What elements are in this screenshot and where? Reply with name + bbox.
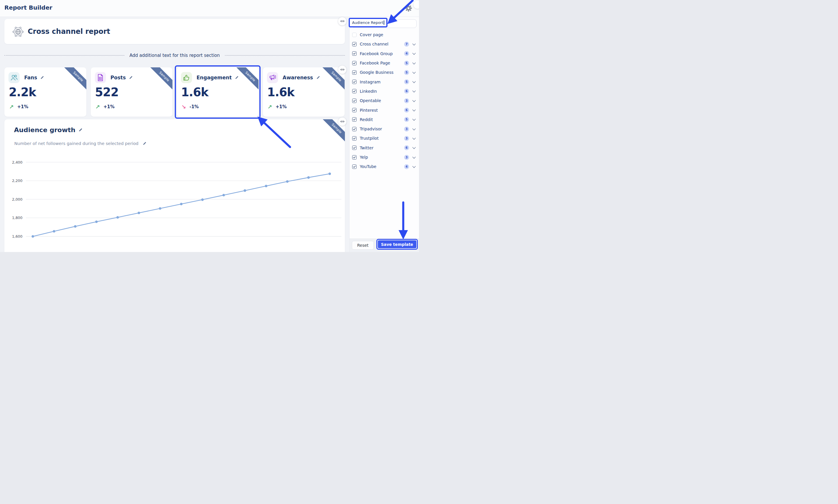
sidebar-item-tripadvisor[interactable]: Tripadvisor 3 — [350, 124, 419, 133]
chevron-down-icon[interactable] — [412, 108, 415, 111]
chevron-down-icon[interactable] — [412, 52, 415, 55]
metric-card-engagement: Engagement 1.6k ↘ -1% Sample — [177, 67, 259, 117]
sidebar-item-label: Twitter — [360, 146, 404, 150]
metric-trend: ↗ +1% — [95, 104, 115, 110]
sidebar-item-reddit[interactable]: Reddit 5 — [350, 115, 419, 124]
metric-trend: ↗ +1% — [268, 104, 287, 110]
sample-ribbon: Sample — [232, 67, 258, 94]
sidebar-item-label: Instagram — [360, 79, 404, 84]
edit-pencil-icon[interactable] — [78, 128, 83, 132]
thumbs-up-icon — [181, 72, 192, 83]
eye-toggle-icon[interactable] — [338, 118, 346, 126]
checkbox[interactable] — [352, 164, 357, 169]
chevron-down-icon[interactable] — [412, 70, 415, 73]
count-badge: 6 — [404, 108, 409, 112]
save-template-highlight: Save template — [376, 239, 418, 250]
sidebar-item-cover-page[interactable]: Cover page — [350, 30, 419, 39]
sidebar-item-pinterest[interactable]: Pinterest 6 — [350, 105, 419, 115]
checkbox[interactable] — [352, 117, 357, 122]
sidebar-item-linkedin[interactable]: LinkedIn 6 — [350, 87, 419, 96]
sidebar-item-label: Facebook Page — [360, 61, 404, 65]
checkbox[interactable] — [352, 98, 357, 103]
chevron-down-icon[interactable] — [412, 164, 415, 168]
metric-label: Awareness — [283, 75, 313, 80]
sidebar-item-instagram[interactable]: Instagram 5 — [350, 77, 419, 86]
edit-pencil-icon[interactable] — [129, 75, 133, 79]
checkbox[interactable] — [352, 127, 357, 131]
sidebar-item-twitter[interactable]: Twitter 6 — [350, 143, 419, 152]
chevron-down-icon[interactable] — [412, 155, 415, 158]
sidebar-item-label: Google Business — [360, 70, 404, 75]
metric-card-awareness: Awareness 1.6k ↗ +1% Sample — [263, 67, 345, 117]
checkbox[interactable] — [352, 155, 357, 160]
sidebar-item-facebook-group[interactable]: Facebook Group 4 — [350, 49, 419, 58]
corner-eye-icon — [413, 1, 419, 9]
chevron-down-icon[interactable] — [412, 89, 415, 92]
count-badge: 3 — [404, 127, 409, 131]
checkbox[interactable] — [352, 70, 357, 75]
checkbox[interactable] — [352, 146, 357, 150]
sidebar-item-trustpilot[interactable]: Trustpilot 3 — [350, 133, 419, 143]
reset-button[interactable]: Reset — [352, 241, 374, 250]
checkbox[interactable] — [352, 79, 357, 84]
sidebar-item-yelp[interactable]: Yelp 3 — [350, 152, 419, 162]
sidebar-section-list: Cover page Cross channel 7 Facebook Grou… — [350, 30, 419, 171]
chevron-down-icon[interactable] — [412, 42, 415, 45]
metric-value: 1.6k — [267, 86, 295, 99]
metric-label: Fans — [24, 75, 37, 80]
audience-growth-card: Audience growth Number of net followers … — [4, 119, 345, 252]
sidebar-item-facebook-page[interactable]: Facebook Page 5 — [350, 58, 419, 68]
trend-arrow-icon: ↗ — [268, 104, 272, 110]
sidebar-item-cross-channel[interactable]: Cross channel 7 — [350, 39, 419, 49]
edit-pencil-icon[interactable] — [40, 75, 44, 79]
sidebar-item-opentable[interactable]: Opentable 3 — [350, 96, 419, 105]
chevron-down-icon[interactable] — [412, 61, 415, 64]
checkbox[interactable] — [352, 61, 357, 65]
chevron-down-icon[interactable] — [412, 98, 415, 102]
metric-label: Engagement — [197, 75, 232, 80]
svg-text:1,800: 1,800 — [12, 216, 22, 220]
eye-toggle-icon[interactable] — [338, 66, 346, 74]
count-badge: 7 — [404, 42, 409, 47]
checkbox[interactable] — [352, 51, 357, 56]
report-builder-app: Report Builder — [0, 0, 419, 252]
checkbox[interactable] — [352, 33, 357, 37]
sidebar-item-youtube[interactable]: YouTube 4 — [350, 162, 419, 171]
page-title: Report Builder — [4, 4, 52, 11]
trend-value: +1% — [17, 104, 28, 109]
chevron-down-icon[interactable] — [412, 127, 415, 130]
count-badge: 5 — [404, 61, 409, 66]
template-name-value: Audience Report — [352, 20, 384, 25]
trend-value: +1% — [275, 104, 287, 109]
count-badge: 4 — [404, 51, 409, 56]
section-title: Cross channel report — [28, 28, 110, 36]
chevron-down-icon[interactable] — [412, 136, 415, 140]
metric-value: 2.2k — [9, 86, 36, 99]
save-template-button[interactable]: Save template — [378, 240, 416, 248]
settings-gear-icon[interactable] — [405, 5, 412, 12]
chevron-down-icon[interactable] — [412, 79, 415, 83]
edit-pencil-icon[interactable] — [143, 142, 146, 145]
divider-label: Add additional text for this report sect… — [129, 53, 220, 58]
eye-toggle-icon[interactable] — [338, 17, 346, 25]
template-name-highlight[interactable]: Audience Report — [349, 18, 388, 28]
count-badge: 3 — [404, 136, 409, 141]
sidebar-item-google-business[interactable]: Google Business 5 — [350, 68, 419, 77]
top-bar: Report Builder — [0, 0, 419, 17]
cross-channel-report-card: Cross channel report — [4, 19, 345, 44]
report-canvas: Cross channel report Add additional text… — [0, 17, 350, 252]
sidebar-footer: Reset Save template — [350, 238, 419, 252]
sample-ribbon-label: Sample — [232, 67, 258, 94]
metric-card-posts: Posts 522 ↗ +1% Sample — [91, 67, 173, 117]
checkbox[interactable] — [352, 136, 357, 141]
chevron-down-icon[interactable] — [412, 118, 415, 121]
metric-label: Posts — [111, 75, 126, 80]
document-icon — [95, 72, 106, 83]
sidebar-item-label: Tripadvisor — [360, 127, 404, 131]
add-text-divider[interactable]: Add additional text for this report sect… — [4, 51, 345, 60]
checkbox[interactable] — [352, 89, 357, 93]
chevron-down-icon[interactable] — [412, 146, 415, 149]
checkbox[interactable] — [352, 108, 357, 112]
checkbox[interactable] — [352, 42, 357, 47]
svg-text:2,400: 2,400 — [12, 160, 22, 164]
